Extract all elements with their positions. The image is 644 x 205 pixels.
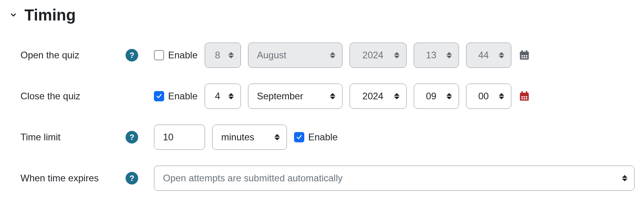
enable-open-quiz[interactable]: Enable — [154, 50, 198, 61]
svg-rect-15 — [526, 96, 527, 97]
svg-rect-3 — [526, 50, 527, 53]
enable-close-quiz[interactable]: Enable — [154, 91, 198, 102]
sort-icon — [498, 51, 505, 59]
calendar-icon[interactable] — [518, 49, 530, 61]
sort-icon — [329, 92, 336, 100]
svg-rect-2 — [521, 50, 523, 53]
close-month-select[interactable]: September — [248, 84, 342, 109]
svg-rect-6 — [526, 55, 527, 56]
close-minute-select[interactable]: 00 — [466, 84, 511, 109]
chevron-down-icon — [9, 11, 17, 19]
svg-rect-13 — [521, 96, 523, 97]
open-month-select[interactable]: August — [248, 43, 342, 68]
svg-rect-12 — [526, 91, 527, 94]
checkbox-icon[interactable] — [154, 50, 164, 60]
sort-icon — [498, 92, 505, 100]
svg-rect-17 — [524, 98, 525, 99]
open-hour-select[interactable]: 13 — [414, 43, 459, 68]
sort-icon — [622, 174, 628, 182]
close-day-select[interactable]: 4 — [205, 84, 241, 109]
open-day-select[interactable]: 8 — [205, 43, 241, 68]
svg-rect-18 — [526, 98, 527, 99]
row-when-time-expires: When time expires ? Open attempts are su… — [9, 158, 635, 199]
svg-rect-16 — [521, 98, 523, 99]
svg-rect-8 — [524, 57, 525, 58]
sort-icon — [446, 51, 452, 59]
time-limit-unit-select[interactable]: minutes — [212, 125, 287, 150]
row-close-the-quiz: Close the quiz Enable 4 September 2024 0… — [9, 76, 635, 117]
label-when-expires: When time expires — [9, 173, 126, 184]
sort-icon — [394, 92, 400, 100]
enable-label: Enable — [168, 91, 198, 102]
label-time-limit: Time limit — [9, 132, 126, 143]
sort-icon — [274, 133, 280, 141]
svg-rect-5 — [524, 55, 525, 56]
close-year-select[interactable]: 2024 — [350, 84, 407, 109]
checkbox-icon[interactable] — [154, 91, 164, 101]
enable-time-limit[interactable]: Enable — [294, 132, 338, 143]
section-header[interactable]: Timing — [9, 6, 635, 24]
when-expires-select[interactable]: Open attempts are submitted automaticall… — [154, 166, 635, 191]
row-open-the-quiz: Open the quiz ? Enable 8 August 2024 13 … — [9, 35, 635, 76]
help-icon[interactable]: ? — [126, 131, 138, 144]
close-hour-select[interactable]: 09 — [414, 84, 459, 109]
time-limit-input[interactable]: 10 — [154, 125, 205, 150]
enable-label: Enable — [308, 132, 338, 143]
row-time-limit: Time limit ? 10 minutes Enable — [9, 117, 635, 158]
checkbox-icon[interactable] — [294, 132, 304, 142]
calendar-icon[interactable] — [518, 90, 530, 102]
svg-rect-1 — [520, 52, 529, 54]
enable-label: Enable — [168, 50, 198, 61]
sort-icon — [329, 51, 336, 59]
help-icon[interactable]: ? — [126, 172, 138, 184]
open-minute-select[interactable]: 44 — [466, 43, 511, 68]
sort-icon — [228, 51, 234, 59]
label-open-quiz: Open the quiz — [9, 50, 126, 61]
svg-rect-14 — [524, 96, 525, 97]
help-icon[interactable]: ? — [126, 49, 138, 62]
label-close-quiz: Close the quiz — [9, 91, 126, 102]
svg-rect-9 — [526, 57, 527, 58]
svg-rect-7 — [521, 57, 523, 58]
svg-rect-11 — [521, 91, 523, 94]
open-year-select[interactable]: 2024 — [350, 43, 407, 68]
sort-icon — [394, 51, 400, 59]
sort-icon — [446, 92, 452, 100]
section-title: Timing — [24, 6, 76, 24]
sort-icon — [228, 92, 234, 100]
svg-rect-4 — [521, 55, 523, 56]
